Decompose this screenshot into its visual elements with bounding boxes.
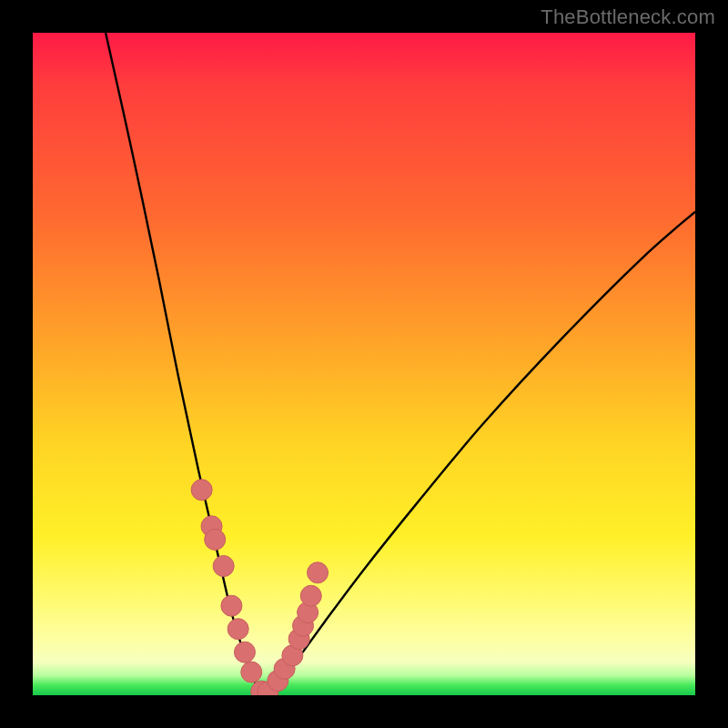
- plot-area: [33, 33, 695, 695]
- highlight-dot: [213, 556, 234, 577]
- highlight-dot: [205, 529, 226, 550]
- highlight-dot: [191, 480, 212, 500]
- curve-layer: [33, 33, 695, 695]
- highlight-dot: [300, 585, 321, 606]
- bottleneck-curve: [106, 33, 695, 693]
- curve-left-branch: [106, 33, 265, 693]
- highlighted-dots: [191, 480, 328, 695]
- highlight-dot: [308, 562, 329, 583]
- highlight-dot: [234, 642, 255, 662]
- curve-right-branch: [265, 212, 695, 693]
- highlight-dot: [241, 662, 262, 682]
- highlight-dot: [228, 619, 248, 640]
- watermark-text: TheBottleneck.com: [541, 5, 715, 29]
- highlight-dot: [221, 595, 242, 616]
- chart-frame: TheBottleneck.com: [0, 0, 728, 728]
